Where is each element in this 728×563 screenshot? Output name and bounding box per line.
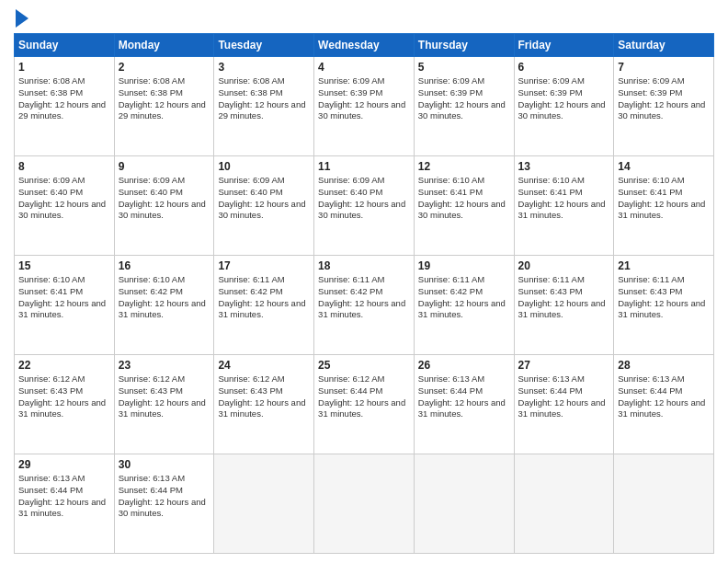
day-info: Sunrise: 6:13 AMSunset: 6:44 PMDaylight:… [618, 373, 710, 420]
calendar-week-4: 22Sunrise: 6:12 AMSunset: 6:43 PMDayligh… [15, 355, 714, 454]
day-info: Sunrise: 6:11 AMSunset: 6:42 PMDaylight:… [418, 274, 510, 321]
table-row: 30Sunrise: 6:13 AMSunset: 6:44 PMDayligh… [114, 454, 214, 554]
day-number: 5 [418, 61, 510, 74]
day-info: Sunrise: 6:12 AMSunset: 6:43 PMDaylight:… [218, 373, 310, 420]
day-number: 28 [618, 359, 710, 372]
table-row: 13Sunrise: 6:10 AMSunset: 6:41 PMDayligh… [514, 156, 614, 256]
day-number: 11 [318, 160, 410, 173]
table-row: 20Sunrise: 6:11 AMSunset: 6:43 PMDayligh… [514, 256, 614, 355]
calendar-week-2: 8Sunrise: 6:09 AMSunset: 6:40 PMDaylight… [15, 156, 714, 256]
table-row: 18Sunrise: 6:11 AMSunset: 6:42 PMDayligh… [314, 256, 415, 355]
day-info: Sunrise: 6:09 AMSunset: 6:40 PMDaylight:… [318, 175, 410, 222]
table-row: 1Sunrise: 6:08 AMSunset: 6:38 PMDaylight… [15, 57, 115, 156]
day-info: Sunrise: 6:09 AMSunset: 6:39 PMDaylight:… [618, 75, 710, 122]
day-info: Sunrise: 6:13 AMSunset: 6:44 PMDaylight:… [119, 473, 210, 520]
col-friday: Friday [514, 34, 614, 57]
col-wednesday: Wednesday [314, 34, 415, 57]
day-info: Sunrise: 6:13 AMSunset: 6:44 PMDaylight:… [418, 373, 510, 420]
day-number: 27 [518, 359, 610, 372]
day-number: 21 [618, 259, 710, 272]
day-info: Sunrise: 6:09 AMSunset: 6:40 PMDaylight:… [218, 175, 310, 222]
table-row [514, 454, 614, 554]
day-number: 7 [618, 61, 710, 74]
col-thursday: Thursday [414, 34, 514, 57]
table-row: 15Sunrise: 6:10 AMSunset: 6:41 PMDayligh… [15, 256, 115, 355]
col-sunday: Sunday [15, 34, 115, 57]
table-row: 7Sunrise: 6:09 AMSunset: 6:39 PMDaylight… [614, 57, 714, 156]
table-row: 25Sunrise: 6:12 AMSunset: 6:44 PMDayligh… [314, 355, 415, 454]
day-number: 3 [218, 61, 310, 74]
table-row: 26Sunrise: 6:13 AMSunset: 6:44 PMDayligh… [414, 355, 514, 454]
day-info: Sunrise: 6:12 AMSunset: 6:44 PMDaylight:… [318, 373, 410, 420]
day-number: 30 [119, 458, 210, 471]
day-info: Sunrise: 6:10 AMSunset: 6:41 PMDaylight:… [418, 175, 510, 222]
table-row: 10Sunrise: 6:09 AMSunset: 6:40 PMDayligh… [214, 156, 314, 256]
day-info: Sunrise: 6:13 AMSunset: 6:44 PMDaylight:… [18, 473, 110, 520]
col-tuesday: Tuesday [214, 34, 314, 57]
day-info: Sunrise: 6:09 AMSunset: 6:39 PMDaylight:… [318, 75, 410, 122]
calendar-table: Sunday Monday Tuesday Wednesday Thursday… [14, 33, 714, 554]
day-number: 23 [119, 359, 210, 372]
day-info: Sunrise: 6:12 AMSunset: 6:43 PMDaylight:… [18, 373, 110, 420]
table-row: 3Sunrise: 6:08 AMSunset: 6:38 PMDaylight… [214, 57, 314, 156]
day-number: 24 [218, 359, 310, 372]
day-number: 2 [119, 61, 210, 74]
day-number: 9 [119, 160, 210, 173]
table-row: 5Sunrise: 6:09 AMSunset: 6:39 PMDaylight… [414, 57, 514, 156]
col-saturday: Saturday [614, 34, 714, 57]
table-row: 4Sunrise: 6:09 AMSunset: 6:39 PMDaylight… [314, 57, 415, 156]
day-info: Sunrise: 6:11 AMSunset: 6:42 PMDaylight:… [218, 274, 310, 321]
day-info: Sunrise: 6:08 AMSunset: 6:38 PMDaylight:… [119, 75, 210, 122]
day-info: Sunrise: 6:11 AMSunset: 6:43 PMDaylight:… [618, 274, 710, 321]
table-row: 17Sunrise: 6:11 AMSunset: 6:42 PMDayligh… [214, 256, 314, 355]
day-info: Sunrise: 6:10 AMSunset: 6:41 PMDaylight:… [618, 175, 710, 222]
day-number: 14 [618, 160, 710, 173]
day-info: Sunrise: 6:10 AMSunset: 6:41 PMDaylight:… [518, 175, 610, 222]
table-row: 23Sunrise: 6:12 AMSunset: 6:43 PMDayligh… [114, 355, 214, 454]
calendar-header-row: Sunday Monday Tuesday Wednesday Thursday… [15, 34, 714, 57]
day-number: 1 [18, 61, 110, 74]
day-number: 19 [418, 259, 510, 272]
day-number: 12 [418, 160, 510, 173]
day-info: Sunrise: 6:11 AMSunset: 6:42 PMDaylight:… [318, 274, 410, 321]
day-number: 20 [518, 259, 610, 272]
table-row: 6Sunrise: 6:09 AMSunset: 6:39 PMDaylight… [514, 57, 614, 156]
day-info: Sunrise: 6:09 AMSunset: 6:40 PMDaylight:… [18, 175, 110, 222]
day-number: 16 [119, 259, 210, 272]
day-number: 10 [218, 160, 310, 173]
table-row [614, 454, 714, 554]
day-number: 22 [18, 359, 110, 372]
table-row [214, 454, 314, 554]
day-number: 26 [418, 359, 510, 372]
table-row [314, 454, 415, 554]
day-info: Sunrise: 6:09 AMSunset: 6:39 PMDaylight:… [418, 75, 510, 122]
day-info: Sunrise: 6:13 AMSunset: 6:44 PMDaylight:… [518, 373, 610, 420]
day-info: Sunrise: 6:10 AMSunset: 6:42 PMDaylight:… [119, 274, 210, 321]
table-row: 29Sunrise: 6:13 AMSunset: 6:44 PMDayligh… [15, 454, 115, 554]
page: Sunday Monday Tuesday Wednesday Thursday… [0, 0, 728, 563]
day-number: 6 [518, 61, 610, 74]
table-row: 11Sunrise: 6:09 AMSunset: 6:40 PMDayligh… [314, 156, 415, 256]
day-number: 13 [518, 160, 610, 173]
day-number: 25 [318, 359, 410, 372]
day-number: 18 [318, 259, 410, 272]
table-row: 8Sunrise: 6:09 AMSunset: 6:40 PMDaylight… [15, 156, 115, 256]
calendar-week-5: 29Sunrise: 6:13 AMSunset: 6:44 PMDayligh… [15, 454, 714, 554]
table-row: 2Sunrise: 6:08 AMSunset: 6:38 PMDaylight… [114, 57, 214, 156]
table-row: 28Sunrise: 6:13 AMSunset: 6:44 PMDayligh… [614, 355, 714, 454]
table-row: 21Sunrise: 6:11 AMSunset: 6:43 PMDayligh… [614, 256, 714, 355]
logo [14, 9, 28, 28]
table-row: 22Sunrise: 6:12 AMSunset: 6:43 PMDayligh… [15, 355, 115, 454]
day-info: Sunrise: 6:08 AMSunset: 6:38 PMDaylight:… [218, 75, 310, 122]
calendar-week-3: 15Sunrise: 6:10 AMSunset: 6:41 PMDayligh… [15, 256, 714, 355]
table-row: 24Sunrise: 6:12 AMSunset: 6:43 PMDayligh… [214, 355, 314, 454]
col-monday: Monday [114, 34, 214, 57]
table-row: 19Sunrise: 6:11 AMSunset: 6:42 PMDayligh… [414, 256, 514, 355]
day-info: Sunrise: 6:09 AMSunset: 6:39 PMDaylight:… [518, 75, 610, 122]
logo-arrow-icon [16, 9, 28, 28]
day-number: 17 [218, 259, 310, 272]
day-number: 29 [18, 458, 110, 471]
table-row [414, 454, 514, 554]
table-row: 16Sunrise: 6:10 AMSunset: 6:42 PMDayligh… [114, 256, 214, 355]
day-number: 15 [18, 259, 110, 272]
